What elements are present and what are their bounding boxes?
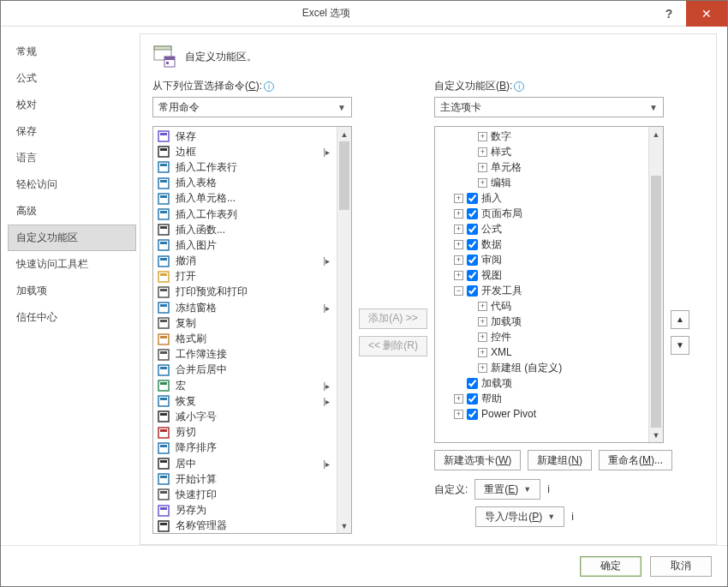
remove-button[interactable]: << 删除(R): [359, 336, 427, 356]
tree-item[interactable]: 数字: [435, 129, 648, 144]
expand-icon[interactable]: [478, 178, 487, 188]
command-item[interactable]: 合并后居中: [153, 362, 337, 378]
expand-icon[interactable]: [454, 194, 463, 203]
expand-icon[interactable]: [478, 348, 487, 357]
sidebar-item[interactable]: 信任中心: [8, 304, 136, 331]
reset-button[interactable]: 重置(E)▼: [474, 479, 540, 500]
tree-item[interactable]: 视图: [435, 267, 648, 283]
command-item[interactable]: 快速打印: [153, 487, 337, 502]
close-button[interactable]: ✕: [686, 1, 727, 27]
tree-item[interactable]: 审阅: [435, 252, 648, 267]
command-item[interactable]: 居中|▸: [153, 456, 337, 471]
info-icon[interactable]: i: [571, 511, 574, 523]
command-item[interactable]: 开始计算: [153, 471, 337, 487]
expand-icon[interactable]: [478, 332, 487, 342]
command-item[interactable]: 工作簿连接: [153, 347, 337, 362]
sidebar-item[interactable]: 快速访问工具栏: [8, 251, 136, 278]
tree-item[interactable]: 样式: [435, 144, 648, 159]
command-item[interactable]: 打开: [153, 269, 337, 285]
new-tab-button[interactable]: 新建选项卡(W): [434, 450, 521, 470]
ribbon-scrollbar[interactable]: ▲ ▼: [648, 127, 663, 442]
expand-icon[interactable]: [454, 209, 463, 219]
expand-icon[interactable]: [478, 317, 487, 326]
tab-checkbox[interactable]: [467, 208, 478, 219]
add-button[interactable]: 添加(A) >>: [359, 308, 427, 329]
help-button[interactable]: ?: [652, 1, 686, 27]
tree-item[interactable]: 页面布局: [435, 206, 648, 221]
sidebar-item[interactable]: 加载项: [8, 278, 136, 304]
command-item[interactable]: 恢复|▸: [153, 393, 337, 409]
sidebar-item[interactable]: 语言: [8, 145, 136, 171]
commands-scrollbar[interactable]: ▲ ▼: [337, 127, 351, 533]
sidebar-item[interactable]: 保存: [8, 118, 136, 145]
scroll-down-icon[interactable]: ▼: [649, 428, 663, 442]
tab-checkbox[interactable]: [467, 239, 478, 250]
tree-item[interactable]: 代码: [435, 298, 648, 314]
tab-checkbox[interactable]: [467, 255, 478, 266]
tree-item[interactable]: 编辑: [435, 175, 648, 190]
scroll-up-icon[interactable]: ▲: [337, 127, 351, 141]
command-item[interactable]: 打印预览和打印: [153, 285, 337, 300]
sidebar-item[interactable]: 公式: [8, 65, 136, 92]
command-item[interactable]: 插入单元格...: [153, 191, 337, 207]
ribbon-tree[interactable]: 数字样式单元格编辑插入页面布局公式数据审阅视图开发工具代码加载项控件XML新建组…: [434, 126, 664, 443]
tab-checkbox[interactable]: [467, 224, 478, 235]
command-item[interactable]: 名称管理器: [153, 518, 337, 533]
tree-item[interactable]: 帮助: [435, 391, 648, 406]
move-up-button[interactable]: ▲: [671, 310, 689, 329]
commands-listbox[interactable]: 保存边框|▸插入工作表行插入表格插入单元格...插入工作表列插入函数...插入图…: [152, 126, 352, 534]
expand-icon[interactable]: [478, 163, 487, 172]
move-down-button[interactable]: ▼: [671, 336, 689, 355]
import-export-button[interactable]: 导入/导出(P)▼: [475, 506, 564, 527]
tab-checkbox[interactable]: [467, 378, 478, 389]
expand-icon[interactable]: [454, 255, 463, 265]
expand-icon[interactable]: [454, 240, 463, 249]
tree-item[interactable]: XML: [435, 344, 648, 360]
tab-checkbox[interactable]: [467, 393, 478, 404]
expand-icon[interactable]: [454, 271, 463, 280]
info-icon[interactable]: i: [264, 81, 274, 92]
info-icon[interactable]: i: [514, 81, 524, 92]
cancel-button[interactable]: 取消: [650, 556, 712, 577]
expand-icon[interactable]: [478, 132, 487, 141]
commands-select[interactable]: 常用命令▼: [152, 97, 352, 117]
command-item[interactable]: 插入图片: [153, 237, 337, 253]
tree-item[interactable]: 加载项: [435, 375, 648, 391]
sidebar-item[interactable]: 轻松访问: [8, 171, 136, 198]
expand-icon[interactable]: [454, 410, 463, 419]
sidebar-item[interactable]: 高级: [8, 198, 136, 225]
tree-item[interactable]: 控件: [435, 329, 648, 344]
scroll-down-icon[interactable]: ▼: [337, 518, 351, 533]
new-group-button[interactable]: 新建组(N): [528, 450, 592, 470]
command-item[interactable]: 格式刷: [153, 331, 337, 346]
expand-icon[interactable]: [478, 147, 487, 157]
tree-item[interactable]: 单元格: [435, 159, 648, 175]
tab-checkbox[interactable]: [467, 409, 478, 420]
command-item[interactable]: 撤消|▸: [153, 254, 337, 269]
command-item[interactable]: 减小字号: [153, 409, 337, 424]
expand-icon[interactable]: [478, 302, 487, 311]
command-item[interactable]: 复制: [153, 315, 337, 331]
rename-button[interactable]: 重命名(M)...: [599, 450, 672, 470]
command-item[interactable]: 另存为: [153, 503, 337, 518]
tab-checkbox[interactable]: [467, 285, 478, 296]
tree-item[interactable]: Power Pivot: [435, 406, 648, 422]
command-item[interactable]: 插入函数...: [153, 222, 337, 237]
command-item[interactable]: 插入工作表列: [153, 207, 337, 222]
tree-item[interactable]: 插入: [435, 190, 648, 206]
sidebar-item[interactable]: 校对: [8, 92, 136, 118]
tab-checkbox[interactable]: [467, 270, 478, 281]
command-item[interactable]: 插入表格: [153, 176, 337, 191]
command-item[interactable]: 冻结窗格|▸: [153, 300, 337, 315]
expand-icon[interactable]: [478, 363, 487, 373]
tab-checkbox[interactable]: [467, 193, 478, 204]
scroll-up-icon[interactable]: ▲: [649, 127, 663, 141]
tree-item[interactable]: 公式: [435, 221, 648, 237]
command-item[interactable]: 保存: [153, 129, 337, 144]
tree-item[interactable]: 开发工具: [435, 283, 648, 298]
command-item[interactable]: 插入工作表行: [153, 159, 337, 175]
expand-icon[interactable]: [454, 225, 463, 234]
sidebar-item[interactable]: 常规: [8, 39, 136, 65]
ok-button[interactable]: 确定: [580, 556, 641, 577]
command-item[interactable]: 剪切: [153, 425, 337, 440]
